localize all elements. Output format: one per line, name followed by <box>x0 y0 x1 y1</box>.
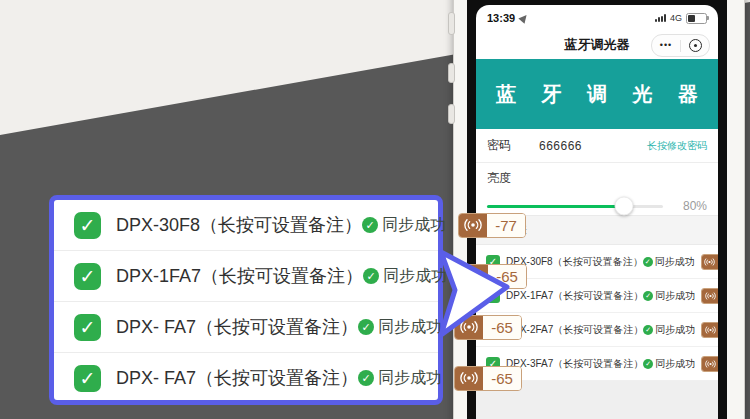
password-label: 密码 <box>487 137 511 154</box>
battery-icon <box>686 13 707 24</box>
device-checkbox[interactable]: ✓ <box>74 212 101 239</box>
callout-pointer-arrow <box>428 238 523 350</box>
target-icon <box>689 39 702 52</box>
phone-mute-switch <box>448 12 455 35</box>
status-bar: 13:39 4G <box>476 5 718 31</box>
signal-broadcast-icon <box>459 214 487 237</box>
location-arrow-icon <box>519 12 530 23</box>
signal-broadcast-icon <box>455 367 483 390</box>
sync-success-icon: ✓ <box>358 319 374 335</box>
navbar: 蓝牙调光器 ••• <box>476 31 718 59</box>
sync-status-label: 同步成功 <box>382 215 446 236</box>
sync-success-icon: ✓ <box>643 359 653 369</box>
rssi-value: -65 <box>483 367 521 390</box>
password-value[interactable]: 666666 <box>539 139 582 153</box>
sync-success-icon: ✓ <box>358 370 374 386</box>
device-row[interactable]: ✓ DPX-1FA7（长按可设置备注） ✓ 同步成功 -65 <box>54 251 438 302</box>
rssi-badge: -65 <box>701 322 718 338</box>
device-name: DPX-3FA7（长按可设置备注） <box>506 357 643 371</box>
rssi-badge: -77 <box>701 254 718 270</box>
screenshot-stage: 13:39 4G 蓝牙调光器 ••• 蓝 牙 调 光 器 密码 666666 长… <box>0 0 750 419</box>
device-name: DPX-30F8（长按可设置备注） <box>116 213 362 237</box>
device-row[interactable]: ✓ DPX-30F8（长按可设置备注） ✓ 同步成功 -77 <box>54 200 438 251</box>
device-name: DPX- FA7（长按可设置备注） <box>116 366 358 390</box>
sync-status: ✓ 同步成功 <box>643 255 695 269</box>
more-menu-button[interactable]: ••• <box>652 35 680 56</box>
sync-status-label: 同步成功 <box>655 289 695 303</box>
device-name: DPX-2FA7（长按可设置备注） <box>506 323 643 337</box>
signal-broadcast-icon <box>702 323 718 337</box>
signal-broadcast-icon <box>702 357 718 371</box>
sync-status-label: 同步成功 <box>655 357 695 371</box>
brightness-percent: 80% <box>677 199 707 213</box>
rssi-badge: -65 <box>701 356 718 372</box>
page-title: 蓝牙调光器 <box>565 36 630 54</box>
sync-status-label: 同步成功 <box>378 368 442 389</box>
device-name: DPX-1FA7（长按可设置备注） <box>116 264 363 288</box>
phone-volume-down-button <box>448 104 455 124</box>
close-minimize-button[interactable] <box>681 39 709 52</box>
phone-volume-up-button <box>448 63 455 83</box>
sync-success-icon: ✓ <box>362 217 378 233</box>
device-name: DPX-1FA7（长按可设置备注） <box>506 289 643 303</box>
device-row[interactable]: ✓ DPX- FA7（长按可设置备注） ✓ 同步成功 -65 <box>54 302 438 353</box>
rssi-value: -77 <box>487 214 525 237</box>
sync-success-icon: ✓ <box>643 291 653 301</box>
rssi-badge: -65 <box>454 366 522 391</box>
sync-status: ✓ 同步成功 <box>358 368 442 389</box>
zoom-callout-box: ✓ DPX-30F8（长按可设置备注） ✓ 同步成功 -77 ✓ DPX-1FA… <box>49 195 443 405</box>
device-row[interactable]: ✓ DPX- FA7（长按可设置备注） ✓ 同步成功 -65 <box>54 353 438 403</box>
brightness-section: 亮度 80% <box>476 163 718 215</box>
slider-fill <box>487 205 624 208</box>
miniprogram-capsule: ••• <box>651 34 710 57</box>
brightness-slider[interactable] <box>487 205 663 208</box>
sync-status: ✓ 同步成功 <box>643 323 695 337</box>
signal-strength-icon <box>655 14 666 22</box>
rssi-badge: -77 <box>458 213 526 238</box>
sync-success-icon: ✓ <box>643 257 653 267</box>
device-checkbox[interactable]: ✓ <box>74 314 101 341</box>
device-checkbox[interactable]: ✓ <box>74 263 101 290</box>
sync-status: ✓ 同步成功 <box>362 215 446 236</box>
sync-status: ✓ 同步成功 <box>643 357 695 371</box>
sync-success-icon: ✓ <box>363 268 379 284</box>
status-time: 13:39 <box>487 12 515 24</box>
rssi-badge: -65 <box>701 288 718 304</box>
brightness-label: 亮度 <box>487 170 707 187</box>
signal-broadcast-icon <box>702 289 718 303</box>
password-row: 密码 666666 长按修改密码 <box>476 129 718 162</box>
device-name: DPX- FA7（长按可设置备注） <box>116 315 358 339</box>
sync-status-label: 同步成功 <box>655 255 695 269</box>
change-password-link[interactable]: 长按修改密码 <box>647 139 707 153</box>
signal-broadcast-icon <box>702 255 718 269</box>
slider-thumb[interactable] <box>615 197 634 216</box>
network-type-label: 4G <box>670 13 682 23</box>
sync-success-icon: ✓ <box>643 325 653 335</box>
sync-status: ✓ 同步成功 <box>643 289 695 303</box>
sync-status-label: 同步成功 <box>655 323 695 337</box>
banner-title: 蓝 牙 调 光 器 <box>486 81 708 108</box>
app-banner: 蓝 牙 调 光 器 <box>476 59 718 129</box>
device-checkbox[interactable]: ✓ <box>74 365 101 392</box>
